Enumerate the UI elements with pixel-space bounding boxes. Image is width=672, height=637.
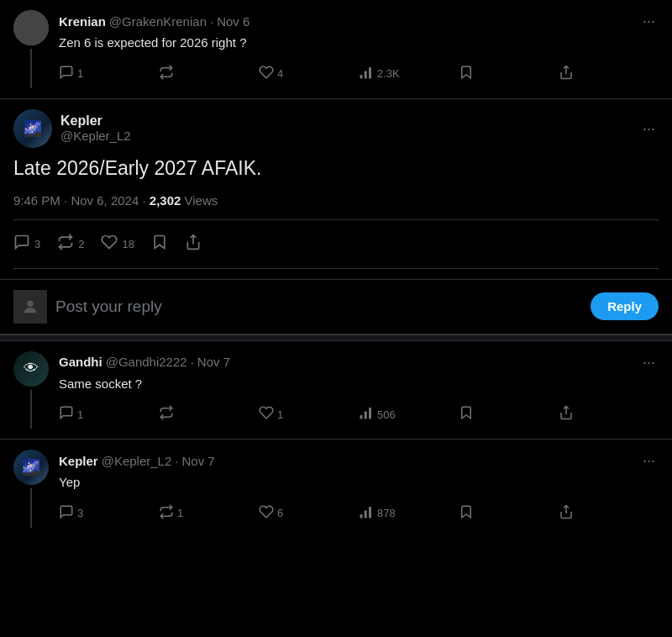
krenian-share-icon [559,65,574,83]
kepler-retweet-action[interactable]: 2 [57,230,101,258]
svg-rect-7 [365,412,367,419]
gandhi-share-action[interactable] [559,400,659,429]
kepler-reply-more-button[interactable]: ··· [639,450,659,471]
kepler-bookmark-action[interactable] [151,230,185,258]
reply-button[interactable]: Reply [591,292,659,320]
gandhi-views-action[interactable]: 506 [359,400,459,429]
kepler-reply-date: Nov 7 [181,454,214,468]
kepler-main-post-text: Late 2026/Early 2027 AFAIK. [13,155,659,182]
krenian-views-action[interactable]: 2.3K [359,60,459,88]
kepler-like-icon [101,234,118,255]
kepler-reply-views-action[interactable]: 878 [359,499,459,528]
svg-rect-8 [369,408,371,419]
krenian-tweet-content: Krenian @GrakenKrenian · Nov 6 ··· Zen 6… [59,10,659,88]
reply-input[interactable]: Post your reply [55,297,582,316]
krenian-retweet-action[interactable] [159,60,259,88]
kepler-main-post-meta: 9:46 PM · Nov 6, 2024 · 2,302 Views [13,193,659,208]
krenian-tweet-actions: 1 [59,60,659,88]
kepler-like-action[interactable]: 18 [101,230,150,258]
kepler-reply-bookmark-action[interactable] [459,499,559,528]
kepler-reply-dot: · [175,454,178,468]
krenian-like-action[interactable]: 4 [259,60,359,88]
krenian-header-left: Krenian @GrakenKrenian · Nov 6 [59,14,249,29]
reply-user-avatar [13,290,47,324]
kepler-reply-username: @Kepler_L2 [102,454,172,468]
kepler-reply-avatar[interactable]: 🌌 [13,450,49,485]
krenian-share-action[interactable] [559,60,659,88]
gandhi-avatar[interactable]: 👁 [13,351,49,387]
gandhi-more-button[interactable]: ··· [639,351,659,373]
krenian-bookmark-action[interactable] [459,60,559,88]
kepler-retweet-count: 2 [78,238,84,250]
kepler-reply-header-left: Kepler @Kepler_L2 · Nov 7 [59,454,215,468]
gandhi-header-left: Gandhi @Gandhi2222 · Nov 7 [59,355,230,369]
kepler-main-avatar[interactable]: 🌌 [13,109,52,148]
kepler-post-date: Nov 6, 2024 [71,193,139,208]
gandhi-bookmark-icon [459,405,474,424]
reply-box: Post your reply Reply [0,280,672,334]
gandhi-avatar-col: 👁 [13,351,49,429]
kepler-reply-tweet-content: Kepler @Kepler_L2 · Nov 7 ··· Yep 3 [59,450,659,528]
kepler-reply-action[interactable]: 3 [13,230,57,258]
svg-rect-1 [365,71,367,78]
kepler-username: @Kepler_L2 [60,129,131,143]
kepler-share-action[interactable] [185,230,218,258]
gandhi-like-count: 1 [277,408,283,421]
kepler-main-post-header: 🌌 Kepler @Kepler_L2 ··· [13,109,659,148]
kepler-bookmark-icon [151,234,168,255]
kepler-retweet-icon [57,234,74,255]
svg-point-5 [27,300,33,306]
kepler-reply-like-action[interactable]: 6 [259,499,359,528]
kepler-reply-tweet: 🌌 Kepler @Kepler_L2 · Nov 7 ··· Yep [0,440,672,538]
kepler-display-name: Kepler [60,113,131,129]
krenian-tweet-text: Zen 6 is expected for 2026 right ? [59,34,659,53]
kepler-reply-reply-icon [59,504,74,523]
kepler-reply-thread-line [30,488,32,528]
kepler-reply-reply-action[interactable]: 3 [59,499,159,528]
kepler-reply-share-action[interactable] [559,499,659,528]
krenian-like-icon [259,65,274,83]
krenian-dot: · [210,14,213,29]
krenian-more-button[interactable]: ··· [639,10,659,32]
gandhi-username: @Gandhi2222 [106,355,187,369]
kepler-post-time: 9:46 PM [13,193,60,208]
krenian-date: Nov 6 [217,14,249,29]
gandhi-like-action[interactable]: 1 [259,400,359,429]
kepler-like-count: 18 [122,238,134,250]
krenian-reply-count: 1 [77,67,83,80]
kepler-main-post-actions: 3 2 18 [13,219,659,269]
gandhi-retweet-action[interactable] [159,400,259,429]
krenian-avatar-col [13,10,49,88]
krenian-retweet-icon [159,65,174,83]
kepler-reply-avatar-col: 🌌 [13,450,49,528]
krenian-reply-action[interactable]: 1 [59,60,159,88]
kepler-reply-retweet-count: 1 [177,507,183,519]
kepler-views-count: 2,302 [150,193,181,208]
krenian-username: @GrakenKrenian [109,14,207,29]
kepler-reply-like-icon [259,504,274,523]
gandhi-tweet-header: Gandhi @Gandhi2222 · Nov 7 ··· [59,351,659,373]
kepler-reply-like-count: 6 [277,507,283,519]
kepler-reply-count: 3 [34,238,40,250]
kepler-views-label-text: Views [185,193,218,208]
gandhi-reply-action[interactable]: 1 [59,400,159,429]
kepler-reply-share-icon [559,504,574,523]
kepler-more-button[interactable]: ··· [639,118,659,140]
gandhi-date: Nov 7 [197,355,230,369]
krenian-avatar[interactable] [13,10,49,45]
krenian-tweet: Krenian @GrakenKrenian · Nov 6 ··· Zen 6… [0,0,672,99]
kepler-reply-display-name: Kepler [59,454,98,468]
krenian-bookmark-icon [459,65,474,83]
kepler-reply-bookmark-icon [459,504,474,523]
kepler-reply-retweet-icon [159,504,174,523]
thread-line [30,49,32,88]
kepler-reply-icon [13,234,30,255]
gandhi-bookmark-action[interactable] [459,400,559,429]
gandhi-dot: · [191,355,194,369]
kepler-reply-views-count: 878 [377,507,396,519]
gandhi-tweet-content: Gandhi @Gandhi2222 · Nov 7 ··· Same sock… [59,351,659,429]
gandhi-tweet: 👁 Gandhi @Gandhi2222 · Nov 7 ··· Same so… [0,341,672,440]
kepler-reply-retweet-action[interactable]: 1 [159,499,259,528]
kepler-reply-tweet-header: Kepler @Kepler_L2 · Nov 7 ··· [59,450,659,471]
krenian-display-name: Krenian [59,14,106,29]
